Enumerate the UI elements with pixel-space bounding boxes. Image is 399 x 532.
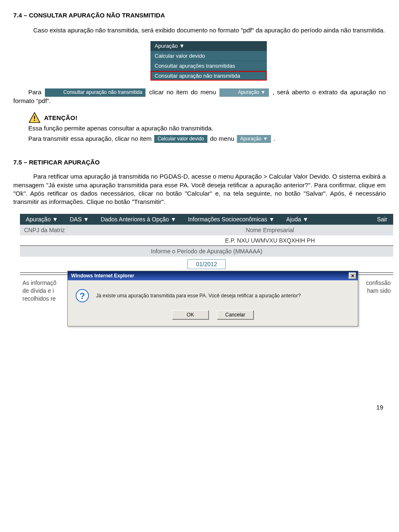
menu-sair[interactable]: Sair [371, 214, 393, 225]
menu-item-calcular: Calcular valor devido [150, 51, 267, 61]
section-74-intro: Caso exista apuração não transmitida, se… [13, 26, 386, 34]
periodo-input[interactable]: 01/2012 [187, 259, 226, 269]
cnpj-value [20, 235, 147, 245]
dialog-titlebar: Windows Internet Explorer ✕ [68, 271, 358, 280]
warn2-suffix: . [274, 135, 276, 142]
ie-confirm-dialog: Windows Internet Explorer ✕ ? Já existe … [67, 271, 358, 326]
page-number: 19 [13, 404, 386, 411]
grid-header-row: CNPJ da Matriz Nome Empresarial [20, 225, 393, 235]
para2-prefix: Para [28, 88, 44, 96]
section-75-title: 7.5 – RETIFICAR APURAÇÃO [13, 159, 386, 166]
periodo-label: Informe o Período de Apuração (MMAAAA) [20, 246, 393, 257]
col-cnpj: CNPJ da Matriz [20, 225, 147, 235]
dialog-close-button[interactable]: ✕ [349, 272, 356, 279]
dialog-title-text: Windows Internet Explorer [71, 273, 349, 279]
warning-line2: Para transmitir essa apuração, clicar no… [28, 135, 386, 143]
chip-apuracao: Apuração ▼ [219, 88, 269, 97]
menu-dados-anteriores[interactable]: Dados Anteriores à Opção ▼ [95, 214, 182, 225]
chip-apuracao-2: Apuração ▼ [237, 135, 271, 143]
question-icon: ? [75, 289, 89, 303]
menu-ajuda[interactable]: Ajuda ▼ [281, 214, 315, 225]
para2-mid1: clicar no item do menu [149, 88, 219, 96]
warning-line1: Essa função permite apenas consultar a a… [28, 124, 386, 132]
chip-calcular-valor: Calcular valor devido [154, 135, 207, 143]
menu-item-apuracao: Apuração ▼ [150, 41, 267, 51]
warn2-mid: do menu [210, 135, 236, 142]
warning-label: ATENÇÃO! [44, 114, 77, 121]
warning-icon: ! [28, 112, 41, 123]
top-menu-bar: Apuração ▼ DAS ▼ Dados Anteriores à Opçã… [20, 214, 393, 225]
apuracao-dropdown-illustration: Apuração ▼ Calcular valor devido Consult… [150, 41, 267, 81]
nome-value: E.P. NXU UWMVXU BXQXHIH PH [147, 235, 393, 245]
menu-item-consultar-nao-transmitida: Consultar apuração não transmitida [150, 71, 267, 81]
menu-info-socioeconomicas[interactable]: Informações Socioeconômicas ▼ [182, 214, 280, 225]
dialog-ok-button[interactable]: OK [172, 310, 209, 319]
svg-text:!: ! [33, 115, 36, 123]
menu-das[interactable]: DAS ▼ [64, 214, 95, 225]
pgdas-screenshot: Apuração ▼ DAS ▼ Dados Anteriores à Opçã… [20, 213, 393, 354]
truncated-text-left: As informaçõ de dívida e i recolhidos re [22, 279, 57, 303]
dialog-overlay-area: As informaçõ de dívida e i recolhidos re… [20, 275, 393, 354]
section-74-para2: Para Consultar apuração não transmitida … [13, 88, 386, 105]
warn2-prefix: Para transmitir essa apuração, clicar no… [28, 135, 153, 142]
grid-data-row: E.P. NXU UWMVXU BXQXHIH PH [20, 235, 393, 246]
menu-item-consultar-transmitidas: Consultar apurações transmitidas [150, 61, 267, 71]
dialog-message: Já existe uma apuração transmitida para … [96, 293, 301, 299]
section-75-para: Para retificar uma apuração já transmiti… [13, 172, 386, 206]
truncated-text-right: confissão ham sido [366, 279, 391, 295]
dialog-cancel-button[interactable]: Cancelar [217, 310, 254, 319]
section-74-title: 7.4 – CONSULTAR APURAÇÃO NÃO TRANSMITIDA [13, 12, 386, 19]
col-nome: Nome Empresarial [147, 225, 393, 235]
svg-text:?: ? [79, 291, 85, 301]
menu-apuracao[interactable]: Apuração ▼ [20, 214, 64, 225]
chip-consultar-nao-transmitida: Consultar apuração não transmitida [45, 88, 145, 97]
